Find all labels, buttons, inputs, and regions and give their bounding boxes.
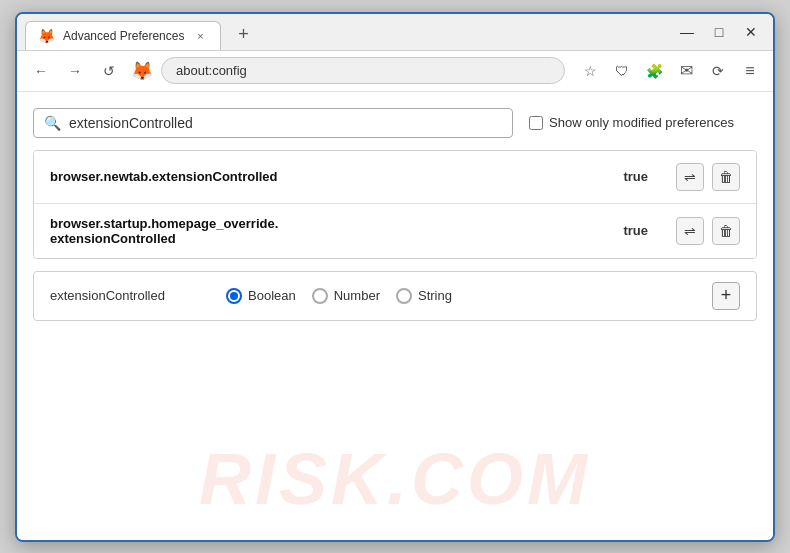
- browser-window: 🦊 Advanced Preferences × + — □ ✕ ← → ↺ 🦊…: [15, 12, 775, 542]
- show-modified-checkbox[interactable]: [529, 116, 543, 130]
- extension-icon[interactable]: 🧩: [641, 58, 667, 84]
- new-tab-button[interactable]: +: [229, 21, 257, 49]
- tab-favicon: 🦊: [38, 28, 55, 44]
- toggle-button-1[interactable]: ⇌: [676, 163, 704, 191]
- add-preference-row: extensionControlled Boolean Number Strin…: [33, 271, 757, 321]
- address-text: about:config: [176, 63, 247, 78]
- boolean-radio[interactable]: Boolean: [226, 288, 296, 304]
- preference-search-box[interactable]: 🔍: [33, 108, 513, 138]
- menu-icon[interactable]: ≡: [737, 58, 763, 84]
- string-label: String: [418, 288, 452, 303]
- minimize-button[interactable]: —: [673, 20, 701, 44]
- back-button[interactable]: ←: [27, 57, 55, 85]
- number-radio-circle: [312, 288, 328, 304]
- string-radio[interactable]: String: [396, 288, 452, 304]
- delete-button-1[interactable]: 🗑: [712, 163, 740, 191]
- toolbar-icons: ☆ 🛡 🧩 ✉ ⟳ ≡: [577, 58, 763, 84]
- results-table: browser.newtab.extensionControlled true …: [33, 150, 757, 259]
- title-bar: 🦊 Advanced Preferences × + — □ ✕: [17, 14, 773, 51]
- address-bar[interactable]: about:config: [161, 57, 565, 84]
- delete-button-2[interactable]: 🗑: [712, 217, 740, 245]
- show-modified-label: Show only modified preferences: [549, 115, 734, 130]
- content-area: RISK.COM 🔍 Show only modified preference…: [17, 92, 773, 540]
- bookmark-icon[interactable]: ☆: [577, 58, 603, 84]
- pref-name-2-line2: extensionControlled: [50, 231, 176, 246]
- active-tab[interactable]: 🦊 Advanced Preferences ×: [25, 21, 221, 50]
- pref-name-2-line1: browser.startup.homepage_override.: [50, 216, 278, 231]
- pref-name-1: browser.newtab.extensionControlled: [50, 169, 611, 184]
- search-container: 🔍 Show only modified preferences: [33, 108, 757, 138]
- string-radio-circle: [396, 288, 412, 304]
- refresh-button[interactable]: ↺: [95, 57, 123, 85]
- window-controls: — □ ✕: [673, 20, 765, 50]
- number-radio[interactable]: Number: [312, 288, 380, 304]
- search-input[interactable]: [69, 115, 502, 131]
- pref-value-2: true: [623, 223, 648, 238]
- close-button[interactable]: ✕: [737, 20, 765, 44]
- table-row: browser.newtab.extensionControlled true …: [34, 151, 756, 204]
- shield-icon[interactable]: 🛡: [609, 58, 635, 84]
- tab-title: Advanced Preferences: [63, 29, 184, 43]
- toggle-button-2[interactable]: ⇌: [676, 217, 704, 245]
- row-actions-2: ⇌ 🗑: [676, 217, 740, 245]
- nav-bar: ← → ↺ 🦊 about:config ☆ 🛡 🧩 ✉ ⟳ ≡: [17, 51, 773, 92]
- number-label: Number: [334, 288, 380, 303]
- account-icon[interactable]: ✉: [673, 58, 699, 84]
- firefox-icon: 🦊: [131, 60, 153, 82]
- type-radio-group: Boolean Number String: [226, 288, 696, 304]
- sync-icon[interactable]: ⟳: [705, 58, 731, 84]
- search-icon: 🔍: [44, 115, 61, 131]
- tab-close-button[interactable]: ×: [192, 28, 208, 44]
- show-modified-container: Show only modified preferences: [529, 115, 734, 130]
- watermark: RISK.COM: [199, 438, 591, 520]
- maximize-button[interactable]: □: [705, 20, 733, 44]
- forward-button[interactable]: →: [61, 57, 89, 85]
- add-preference-button[interactable]: +: [712, 282, 740, 310]
- boolean-radio-circle: [226, 288, 242, 304]
- new-pref-name: extensionControlled: [50, 288, 210, 303]
- table-row: browser.startup.homepage_override. exten…: [34, 204, 756, 258]
- row-actions-1: ⇌ 🗑: [676, 163, 740, 191]
- boolean-label: Boolean: [248, 288, 296, 303]
- pref-name-2: browser.startup.homepage_override. exten…: [50, 216, 611, 246]
- pref-value-1: true: [623, 169, 648, 184]
